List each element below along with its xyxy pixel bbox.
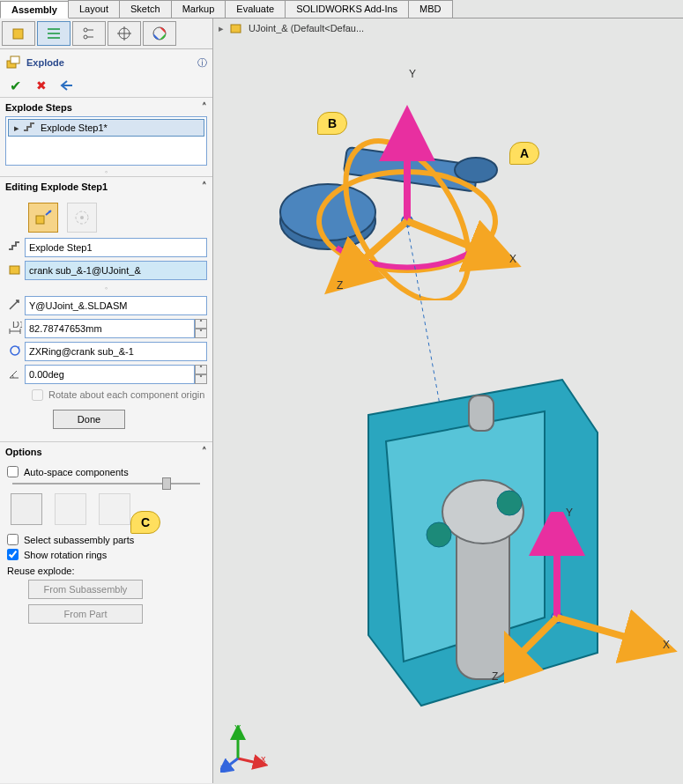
explode-steps-list[interactable]: ▸ Explode Step1*	[5, 116, 207, 166]
svg-text:x: x	[261, 753, 266, 764]
tab-assembly[interactable]: Assembly	[0, 1, 69, 18]
resize-handle-icon[interactable]: ◦	[5, 284, 207, 292]
distance-input[interactable]	[25, 319, 195, 338]
target-icon	[116, 26, 132, 41]
svg-rect-20	[231, 25, 241, 33]
section-editing[interactable]: Editing Explode Step1 ˄	[0, 176, 212, 194]
section-label: Options	[5, 447, 42, 457]
pm-title: Explode	[26, 57, 64, 68]
step-name-icon	[5, 240, 25, 255]
undo-button[interactable]	[58, 78, 78, 93]
done-button[interactable]: Done	[53, 410, 125, 429]
pm-title-row: Explode ⓘ	[0, 49, 212, 76]
svg-point-16	[80, 216, 84, 219]
property-manager: Explode ⓘ ✔ ✖ Explode Steps ˄ ▸ Explode …	[0, 18, 213, 783]
spacing-slider[interactable]	[12, 483, 200, 484]
slider-thumb[interactable]	[162, 477, 171, 490]
tab-addins[interactable]: SOLIDWORKS Add-Ins	[285, 0, 409, 18]
svg-rect-1	[48, 28, 60, 30]
tab-mbd[interactable]: MBD	[408, 0, 452, 18]
select-sub-row[interactable]: Select subassembly parts	[7, 534, 205, 545]
auto-space-label: Auto-space components	[24, 467, 129, 477]
breadcrumb[interactable]: ▸ UJoint_& (Default<Defau...	[219, 22, 364, 34]
appearance-icon	[152, 26, 167, 41]
tab-markup[interactable]: Markup	[171, 0, 226, 18]
svg-rect-14	[36, 216, 44, 224]
tab-evaluate[interactable]: Evaluate	[225, 0, 286, 18]
section-label: Explode Steps	[5, 102, 72, 113]
caret-icon: ▸	[219, 23, 224, 34]
reference-triad[interactable]: x Y z	[220, 725, 268, 773]
step-name-input[interactable]	[25, 238, 207, 257]
step-label: Explode Step1*	[41, 122, 108, 133]
pm-tab-property-manager[interactable]	[37, 21, 71, 46]
callout-c: C	[130, 511, 160, 534]
command-tabbar: Assembly Layout Sketch Markup Evaluate S…	[0, 0, 683, 18]
section-options[interactable]: Options ˄	[0, 441, 212, 459]
translate-mode-button[interactable]	[28, 203, 58, 233]
show-rings-row[interactable]: Show rotation rings	[7, 549, 205, 560]
pm-tab-config-manager[interactable]	[72, 21, 106, 46]
tab-sketch[interactable]: Sketch	[119, 0, 172, 18]
component-input[interactable]	[25, 261, 207, 280]
explode-step-item[interactable]: ▸ Explode Step1*	[8, 119, 204, 137]
section-explode-steps[interactable]: Explode Steps ˄	[0, 97, 212, 115]
section-label: Editing Explode Step1	[5, 181, 108, 192]
svg-point-37	[427, 522, 451, 547]
cube-icon	[11, 26, 26, 41]
direction-icon	[5, 299, 25, 313]
rotation-axis-input[interactable]	[25, 342, 207, 361]
graphics-viewport[interactable]: ▸ UJoint_& (Default<Defau... Y	[213, 18, 683, 783]
direction-input[interactable]	[25, 296, 207, 315]
svg-rect-0	[13, 29, 23, 39]
component-icon	[5, 263, 25, 277]
translate-icon	[33, 208, 53, 227]
svg-rect-2	[48, 33, 60, 34]
bounding-box-option[interactable]	[11, 493, 42, 525]
chevron-up-icon: ˄	[202, 181, 207, 192]
auto-space-checkbox[interactable]	[7, 466, 19, 477]
show-rotation-rings-checkbox[interactable]	[7, 549, 19, 560]
lower-triad[interactable]	[504, 512, 680, 688]
tab-layout[interactable]: Layout	[68, 0, 120, 18]
rotate-icon	[72, 208, 92, 227]
pm-tab-display-manager[interactable]	[143, 21, 176, 46]
upper-part-graphic	[249, 71, 539, 300]
from-part-button: From Part	[28, 604, 143, 624]
pm-tab-dimxpert[interactable]	[108, 21, 141, 46]
expand-icon[interactable]: ▸	[14, 122, 19, 134]
angle-spinner[interactable]: ˄˅	[195, 365, 207, 384]
svg-line-43	[238, 758, 261, 764]
help-icon[interactable]: ⓘ	[197, 56, 207, 70]
auto-space-row[interactable]: Auto-space components	[7, 466, 205, 477]
list-icon	[46, 26, 62, 41]
select-subassembly-checkbox[interactable]	[7, 534, 19, 545]
reuse-label: Reuse explode:	[7, 566, 205, 576]
cancel-button[interactable]: ✖	[32, 78, 51, 93]
select-sub-label: Select subassembly parts	[24, 535, 134, 545]
svg-point-22	[280, 184, 375, 240]
svg-line-42	[504, 618, 557, 670]
distance-spinner[interactable]: ˄˅	[195, 319, 207, 338]
callout-b: B	[317, 112, 347, 135]
axis-y-label: Y	[409, 68, 416, 80]
resize-handle-icon[interactable]: ◦	[0, 167, 212, 176]
angle-input[interactable]	[25, 365, 195, 384]
ok-button[interactable]: ✔	[5, 78, 25, 93]
pm-tab-row	[0, 18, 212, 49]
svg-rect-17	[10, 266, 19, 274]
rotation-axis-icon	[5, 344, 25, 359]
pm-tab-feature-manager[interactable]	[2, 21, 35, 46]
radial-option	[99, 493, 130, 525]
show-rings-label: Show rotation rings	[24, 550, 107, 560]
axis-z-label-2: Z	[492, 670, 498, 683]
rotate-mode-button[interactable]	[67, 203, 97, 233]
svg-point-4	[84, 28, 87, 32]
assembly-icon	[229, 22, 243, 34]
chevron-up-icon: ˄	[202, 101, 207, 113]
svg-text:Y: Y	[234, 725, 241, 734]
axis-y-label-2: Y	[566, 507, 573, 519]
step-icon	[23, 122, 37, 134]
svg-point-5	[84, 35, 87, 39]
axis-x-label: X	[509, 253, 516, 265]
